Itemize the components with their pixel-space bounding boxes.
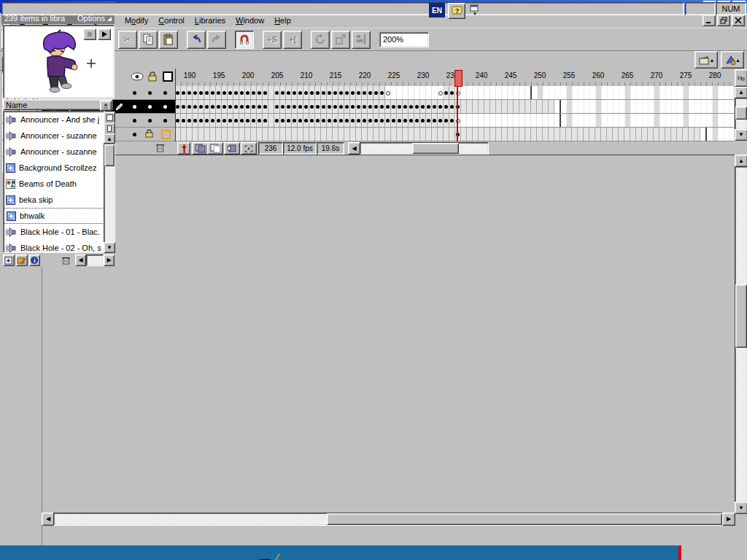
frame-cell[interactable] xyxy=(298,100,303,113)
frame-cell[interactable] xyxy=(713,114,719,127)
frame-cell[interactable] xyxy=(484,114,490,127)
library-scroll-right-arrow[interactable]: ▶ xyxy=(104,254,115,266)
edit-symbol-button[interactable]: ▴ xyxy=(721,51,744,69)
frame-cell[interactable] xyxy=(338,128,344,141)
frame-cell[interactable] xyxy=(309,100,315,113)
frame-cell[interactable] xyxy=(502,86,508,99)
frame-cell[interactable] xyxy=(666,114,672,127)
frame-cell[interactable] xyxy=(590,100,596,113)
frame-cell[interactable] xyxy=(490,128,496,141)
frame-cell[interactable] xyxy=(496,114,502,127)
desktop-toggle-icon[interactable]: ▾ xyxy=(468,3,481,18)
frame-cell[interactable] xyxy=(543,114,549,127)
frame-cell[interactable] xyxy=(414,86,420,99)
frame-cell[interactable] xyxy=(438,114,444,127)
frame-cell[interactable] xyxy=(397,86,403,99)
frame-cell[interactable] xyxy=(461,128,467,141)
eye-icon[interactable] xyxy=(131,72,144,81)
frame-cell[interactable] xyxy=(636,128,642,141)
frame-cell[interactable] xyxy=(432,86,438,99)
frame-cell[interactable] xyxy=(671,128,677,141)
frame-cell[interactable] xyxy=(280,128,286,141)
frame-cell[interactable] xyxy=(631,100,637,113)
menu-window[interactable]: Window xyxy=(231,15,269,26)
frame-cell[interactable] xyxy=(175,128,181,141)
frame-cell[interactable] xyxy=(187,128,193,141)
layer-status-dot[interactable] xyxy=(133,133,136,136)
smooth-button[interactable]: +S xyxy=(263,31,282,49)
frame-cell[interactable] xyxy=(659,128,665,141)
frame-cell[interactable] xyxy=(385,86,391,99)
frame-cell[interactable] xyxy=(298,86,303,99)
frame-cell[interactable] xyxy=(321,100,327,113)
align-button[interactable] xyxy=(352,31,371,49)
frame-cell[interactable] xyxy=(490,86,496,99)
frame-cell[interactable] xyxy=(624,128,630,141)
frame-cell[interactable] xyxy=(420,114,426,127)
frame-cell[interactable] xyxy=(538,86,543,99)
frame-cell[interactable] xyxy=(420,86,426,99)
frame-cell[interactable] xyxy=(707,114,713,127)
frame-cell[interactable] xyxy=(473,86,479,99)
library-item-announcer-suzanne[interactable]: Announcer - suzanne xyxy=(4,128,104,144)
frame-cell[interactable] xyxy=(403,128,409,141)
frame-cell[interactable] xyxy=(356,128,362,141)
frame-cell[interactable] xyxy=(561,86,567,99)
frame-cell[interactable] xyxy=(730,114,734,127)
frame-cell[interactable] xyxy=(573,114,578,127)
frame-cell[interactable] xyxy=(204,86,210,99)
frame-rate-display[interactable]: 12.0 fps xyxy=(283,142,317,155)
layer-outline-color-swatch[interactable] xyxy=(161,130,171,139)
library-item-list[interactable]: Announcer - And she jAnnouncer - suzanne… xyxy=(3,111,105,253)
frame-cell[interactable] xyxy=(730,100,734,113)
frame-cell[interactable] xyxy=(701,86,707,99)
frame-cell[interactable] xyxy=(391,128,397,141)
mdi-close-button[interactable] xyxy=(732,15,745,26)
frame-cell[interactable] xyxy=(648,128,654,141)
frame-cell[interactable] xyxy=(263,86,268,99)
frame-cell[interactable] xyxy=(449,114,455,127)
frame-cell[interactable] xyxy=(303,114,309,127)
frame-cell[interactable] xyxy=(449,86,455,99)
frame-cell[interactable] xyxy=(286,86,292,99)
frame-cell[interactable] xyxy=(368,100,374,113)
delete-layer-button[interactable] xyxy=(152,142,167,153)
frame-cell[interactable] xyxy=(649,100,654,113)
frame-cell[interactable] xyxy=(233,100,239,113)
frame-cell[interactable] xyxy=(327,86,333,99)
frame-cell[interactable] xyxy=(274,114,280,127)
frame-cell[interactable] xyxy=(596,86,602,99)
frame-cell[interactable] xyxy=(385,114,391,127)
frame-cell[interactable] xyxy=(449,128,455,141)
library-item-beka-skip[interactable]: beka skip xyxy=(4,192,104,208)
frame-cell[interactable] xyxy=(175,114,181,127)
frame-cell[interactable] xyxy=(502,114,508,127)
canvas-scroll-up-arrow[interactable]: ▲ xyxy=(735,155,747,167)
timeline-vscroll-thumb[interactable] xyxy=(735,106,747,120)
frame-cell[interactable] xyxy=(719,114,724,127)
frame-cell[interactable] xyxy=(602,86,608,99)
layer-status-dot[interactable] xyxy=(163,91,167,95)
frame-cell[interactable] xyxy=(672,86,678,99)
frame-cell[interactable] xyxy=(584,114,590,127)
frame-cell[interactable] xyxy=(403,86,409,99)
frame-cell[interactable] xyxy=(590,86,596,99)
frame-cell[interactable] xyxy=(362,86,368,99)
frame-cell[interactable] xyxy=(374,128,379,141)
frame-cell[interactable] xyxy=(350,114,356,127)
library-vscroll-thumb[interactable] xyxy=(104,144,115,166)
frame-cell[interactable] xyxy=(730,86,734,99)
edit-scene-button[interactable]: ▴ xyxy=(694,51,718,69)
new-symbol-button[interactable] xyxy=(3,254,15,266)
frame-cell[interactable] xyxy=(239,128,245,141)
frame-cell[interactable] xyxy=(467,100,473,113)
frame-cell[interactable] xyxy=(554,114,561,127)
frame-cell[interactable] xyxy=(672,100,678,113)
frame-cell[interactable] xyxy=(554,100,561,113)
frame-cell[interactable] xyxy=(321,86,327,99)
frame-cell[interactable] xyxy=(432,100,438,113)
library-scroll-left-arrow[interactable]: ◀ xyxy=(75,254,86,266)
library-narrow-view-button[interactable] xyxy=(104,122,115,134)
frame-cell[interactable] xyxy=(444,128,449,141)
frame-cell[interactable] xyxy=(193,114,198,127)
